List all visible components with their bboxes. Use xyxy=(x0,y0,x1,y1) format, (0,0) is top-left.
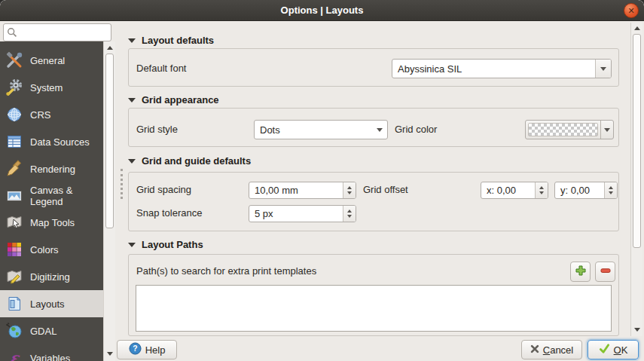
scroll-down-icon[interactable] xyxy=(104,349,115,359)
data-table-icon xyxy=(5,133,23,151)
sidebar-scrollbar[interactable] xyxy=(103,41,115,361)
ok-check-icon xyxy=(599,343,610,356)
default-font-value: Abyssinica SIL xyxy=(392,60,595,78)
spinner-buttons[interactable] xyxy=(535,182,548,198)
help-icon: ? xyxy=(129,342,142,357)
default-font-combobox[interactable]: Abyssinica SIL xyxy=(392,59,612,78)
grid-offset-y-value: y: 0,00 xyxy=(555,182,604,198)
sidebar-item-label: Data Sources xyxy=(30,136,90,148)
paintbrush-icon xyxy=(5,160,23,178)
search-box xyxy=(3,23,111,41)
crs-globe-icon xyxy=(5,106,23,124)
cancel-button[interactable]: Cancel xyxy=(521,340,582,359)
map-cursor-icon xyxy=(5,213,23,231)
section-title: Layout defaults xyxy=(142,35,214,46)
sidebar-item-layouts[interactable]: Layouts xyxy=(0,290,103,317)
spinner-buttons[interactable] xyxy=(343,206,356,222)
snap-tolerance-spinbox[interactable]: 5 px xyxy=(249,205,356,222)
content-scrollbar[interactable] xyxy=(630,23,642,336)
help-label: Help xyxy=(145,344,166,356)
canvas-picture-icon xyxy=(5,187,23,205)
grid-offset-x-spinbox[interactable]: x: 0,00 xyxy=(481,182,548,199)
help-button[interactable]: ? Help xyxy=(117,340,177,359)
sidebar-item-rendering[interactable]: Rendering xyxy=(0,155,103,182)
tools-icon xyxy=(5,51,23,69)
content-scrollbar-thumb[interactable] xyxy=(633,34,641,248)
minus-icon xyxy=(600,265,612,279)
sidebar-item-label: General xyxy=(30,55,65,66)
sidebar-item-digitizing[interactable]: Digitizing xyxy=(0,263,103,290)
close-button[interactable]: ✕ xyxy=(624,3,639,18)
sidebar-item-map-tools[interactable]: Map Tools xyxy=(0,209,103,236)
grid-offset-label: Grid offset xyxy=(363,182,408,198)
chevron-down-icon[interactable] xyxy=(600,121,613,139)
collapse-arrow-icon xyxy=(128,243,136,247)
sidebar-item-label: GDAL xyxy=(30,326,56,337)
cancel-label: Cancel xyxy=(543,344,573,356)
collapse-arrow-icon xyxy=(128,159,136,164)
section-header-grid-guide-defaults[interactable]: Grid and guide defaults xyxy=(128,155,251,167)
sidebar-scrollbar-thumb[interactable] xyxy=(105,54,114,228)
chevron-down-icon[interactable] xyxy=(371,121,387,139)
sidebar-item-general[interactable]: General xyxy=(0,47,103,74)
epsilon-variables-icon: ε xyxy=(5,349,23,361)
sidebar-item-label: Rendering xyxy=(30,164,75,175)
chevron-down-icon[interactable] xyxy=(595,60,611,78)
sidebar-item-label: Map Tools xyxy=(30,217,75,228)
collapse-arrow-icon xyxy=(128,38,136,43)
grid-style-label: Grid style xyxy=(136,121,178,138)
sidebar-item-data-sources[interactable]: Data Sources xyxy=(0,128,103,155)
panel-splitter[interactable] xyxy=(121,169,123,199)
map-pencil-icon xyxy=(5,268,23,286)
search-icon xyxy=(7,27,17,40)
template-paths-label: Path(s) to search for extra print templa… xyxy=(136,263,316,280)
sidebar-item-gdal[interactable]: GDAL xyxy=(0,317,103,344)
group-grid-guide-defaults xyxy=(128,172,619,231)
sidebar-item-label: CRS xyxy=(30,109,50,121)
search-input[interactable] xyxy=(3,23,111,41)
sidebar-item-label: Colors xyxy=(30,244,59,255)
snap-tolerance-value: 5 px xyxy=(249,206,343,222)
window-title: Options | Layouts xyxy=(281,5,364,16)
spinner-buttons[interactable] xyxy=(604,182,617,198)
scroll-up-icon[interactable] xyxy=(631,23,642,33)
section-title: Grid and guide defaults xyxy=(142,155,251,167)
sidebar-item-variables[interactable]: ε Variables xyxy=(0,344,103,361)
section-title: Layout Paths xyxy=(142,239,203,250)
section-header-layout-paths[interactable]: Layout Paths xyxy=(128,239,203,250)
section-title: Grid appearance xyxy=(142,94,219,106)
scroll-up-icon[interactable] xyxy=(104,43,115,53)
options-sidebar: General System CRS Data Sources Renderin… xyxy=(0,41,103,361)
spinner-buttons[interactable] xyxy=(343,182,356,198)
cancel-x-icon xyxy=(530,344,539,356)
sidebar-item-canvas-legend[interactable]: Canvas & Legend xyxy=(0,182,103,209)
sidebar-item-crs[interactable]: CRS xyxy=(0,101,103,128)
sidebar-item-label: Digitizing xyxy=(30,271,70,283)
ok-button[interactable]: OK xyxy=(588,340,639,359)
scroll-down-icon[interactable] xyxy=(631,325,642,335)
collapse-arrow-icon xyxy=(128,98,136,102)
gdal-globe-icon xyxy=(5,322,23,340)
sidebar-item-colors[interactable]: Colors xyxy=(0,236,103,263)
snap-tolerance-label: Snap tolerance xyxy=(136,205,202,222)
titlebar[interactable]: Options | Layouts ✕ xyxy=(0,0,644,21)
sidebar-item-label: System xyxy=(30,82,63,93)
grid-spacing-spinbox[interactable]: 10,00 mm xyxy=(249,182,356,199)
sidebar-item-system[interactable]: System xyxy=(0,74,103,101)
section-header-layout-defaults[interactable]: Layout defaults xyxy=(128,35,214,46)
add-path-button[interactable] xyxy=(570,262,591,282)
grid-offset-y-spinbox[interactable]: y: 0,00 xyxy=(554,182,618,199)
remove-path-button[interactable] xyxy=(595,262,615,282)
transparent-color-swatch xyxy=(528,123,598,136)
svg-text:?: ? xyxy=(133,344,137,353)
grid-color-button[interactable] xyxy=(525,120,614,139)
layout-page-icon xyxy=(5,295,23,313)
sidebar-item-label: Variables xyxy=(30,353,70,361)
grid-style-value: Dots xyxy=(255,121,371,139)
svg-text:ε: ε xyxy=(10,349,20,361)
options-dialog: Options | Layouts ✕ General System CRS D… xyxy=(0,0,644,361)
section-header-grid-appearance[interactable]: Grid appearance xyxy=(128,94,219,106)
color-swatches-icon xyxy=(5,240,23,259)
template-paths-list[interactable] xyxy=(136,285,612,332)
grid-style-combobox[interactable]: Dots xyxy=(254,120,388,139)
